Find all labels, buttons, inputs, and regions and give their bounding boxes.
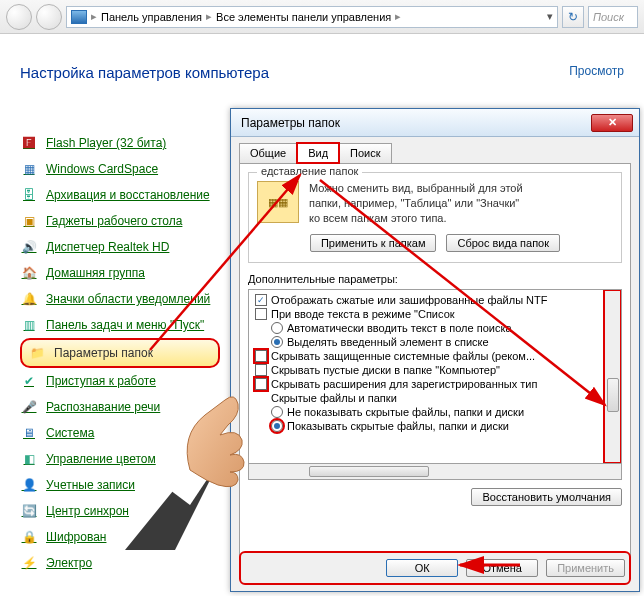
checkbox[interactable] [255,378,267,390]
breadcrumb-sep: ▸ [206,10,212,23]
item-label: Приступая к работе [46,374,156,388]
folder-options-dialog: Параметры папок ✕ Общие Вид Поиск едстав… [230,108,640,592]
item-icon: 🔒 [20,528,38,546]
item-label: Электро [46,556,92,570]
page-title: Настройка параметров компьютера [20,64,269,81]
nav-forward-button[interactable] [36,4,62,30]
dialog-footer: ОК Отмена Применить [239,551,631,585]
control-panel-item[interactable]: ▦Windows CardSpace [20,156,220,182]
control-panel-item[interactable]: 🔄Центр синхрон [20,498,220,524]
breadcrumb-part1[interactable]: Панель управления [101,11,202,23]
radio[interactable] [271,322,283,334]
setting-label: Скрывать расширения для зарегистрированн… [271,378,537,390]
view-mode-link[interactable]: Просмотр [569,64,624,81]
tab-view[interactable]: Вид [297,143,339,163]
cancel-button[interactable]: Отмена [466,559,538,577]
item-icon: 📁 [28,344,46,362]
group-text-line: ко всем папкам этого типа. [309,211,523,226]
refresh-button[interactable]: ↻ [562,6,584,28]
advanced-setting-row[interactable]: Скрывать расширения для зарегистрированн… [255,377,602,391]
setting-label: Отображать сжатые или зашифрованные файл… [271,294,547,306]
setting-label: Скрытые файлы и папки [271,392,397,404]
item-icon: 👤 [20,476,38,494]
item-icon: 🏠 [20,264,38,282]
item-icon: 🅵 [20,134,38,152]
control-panel-item[interactable]: 📁Параметры папок [20,338,220,368]
vertical-scrollbar[interactable] [604,290,621,463]
control-panel-item[interactable]: 👤Учетные записи [20,472,220,498]
advanced-setting-row[interactable]: Не показывать скрытые файлы, папки и дис… [255,405,602,419]
dialog-title: Параметры папок [241,116,340,130]
apply-to-folders-button[interactable]: Применить к папкам [310,234,437,252]
item-icon: 🔄 [20,502,38,520]
item-label: Шифрован [46,530,106,544]
breadcrumb-part2[interactable]: Все элементы панели управления [216,11,391,23]
group-title: едставление папок [257,165,362,177]
control-panel-item[interactable]: 🎤Распознавание речи [20,394,220,420]
item-label: Панель задач и меню "Пуск" [46,318,204,332]
item-icon: ✔ [20,372,38,390]
tab-search[interactable]: Поиск [339,143,391,163]
breadcrumb-sep: ▸ [91,10,97,23]
radio[interactable] [271,406,283,418]
item-icon: 🎤 [20,398,38,416]
control-panel-item[interactable]: 🏠Домашняя группа [20,260,220,286]
ok-button[interactable]: ОК [386,559,458,577]
apply-button[interactable]: Применить [546,559,625,577]
control-panel-item[interactable]: ▥Панель задач и меню "Пуск" [20,312,220,338]
control-panel-item[interactable]: 🖥Система [20,420,220,446]
item-label: Распознавание речи [46,400,160,414]
control-panel-item[interactable]: 🅵Flash Player (32 бита) [20,130,220,156]
advanced-setting-row[interactable]: Выделять введенный элемент в списке [255,335,602,349]
group-text-line: Можно сменить вид, выбранный для этой [309,181,523,196]
scrollbar-thumb[interactable] [309,466,429,477]
address-bar[interactable]: ▸ Панель управления ▸ Все элементы панел… [66,6,558,28]
folder-view-group: едставление папок ▦▦ Можно сменить вид, … [248,172,622,263]
item-label: Flash Player (32 бита) [46,136,166,150]
advanced-setting-row[interactable]: Скрытые файлы и папки [255,391,602,405]
scrollbar-thumb[interactable] [607,378,619,412]
checkbox[interactable] [255,364,267,376]
item-label: Центр синхрон [46,504,129,518]
control-panel-icon [71,10,87,24]
reset-folders-button[interactable]: Сброс вида папок [446,234,560,252]
search-input[interactable]: Поиск [588,6,638,28]
control-panel-item[interactable]: ✔Приступая к работе [20,368,220,394]
item-label: Диспетчер Realtek HD [46,240,169,254]
tab-general[interactable]: Общие [239,143,297,163]
advanced-setting-row[interactable]: Скрывать защищенные системные файлы (рек… [255,349,602,363]
item-icon: ▦ [20,160,38,178]
checkbox[interactable] [255,308,267,320]
advanced-setting-row[interactable]: ✓Отображать сжатые или зашифрованные фай… [255,293,602,307]
setting-label: При вводе текста в режиме "Список [271,308,455,320]
item-label: Управление цветом [46,452,156,466]
item-label: Учетные записи [46,478,135,492]
advanced-setting-row[interactable]: Показывать скрытые файлы, папки и диски [255,419,602,433]
item-label: Гаджеты рабочего стола [46,214,182,228]
control-panel-item[interactable]: 🔔Значки области уведомлений [20,286,220,312]
setting-label: Скрывать пустые диски в папке "Компьютер… [271,364,500,376]
radio[interactable] [271,420,283,432]
item-label: Windows CardSpace [46,162,158,176]
advanced-setting-row[interactable]: Автоматически вводить текст в поле поиск… [255,321,602,335]
search-placeholder: Поиск [593,11,624,23]
control-panel-item[interactable]: ◧Управление цветом [20,446,220,472]
checkbox[interactable]: ✓ [255,294,267,306]
nav-back-button[interactable] [6,4,32,30]
control-panel-item[interactable]: 🔒Шифрован [20,524,220,550]
control-panel-item[interactable]: ▣Гаджеты рабочего стола [20,208,220,234]
folder-grid-icon: ▦▦ [257,181,299,223]
advanced-setting-row[interactable]: Скрывать пустые диски в папке "Компьютер… [255,363,602,377]
dropdown-icon[interactable]: ▾ [547,10,553,23]
control-panel-item[interactable]: ⚡Электро [20,550,220,576]
close-button[interactable]: ✕ [591,114,633,132]
restore-defaults-button[interactable]: Восстановить умолчания [471,488,622,506]
horizontal-scrollbar[interactable] [248,464,622,480]
control-panel-item[interactable]: 🔊Диспетчер Realtek HD [20,234,220,260]
advanced-settings-label: Дополнительные параметры: [248,273,622,285]
radio[interactable] [271,336,283,348]
item-icon: 🔊 [20,238,38,256]
advanced-setting-row[interactable]: При вводе текста в режиме "Список [255,307,602,321]
control-panel-item[interactable]: 🗄Архивация и восстановление [20,182,220,208]
checkbox[interactable] [255,350,267,362]
